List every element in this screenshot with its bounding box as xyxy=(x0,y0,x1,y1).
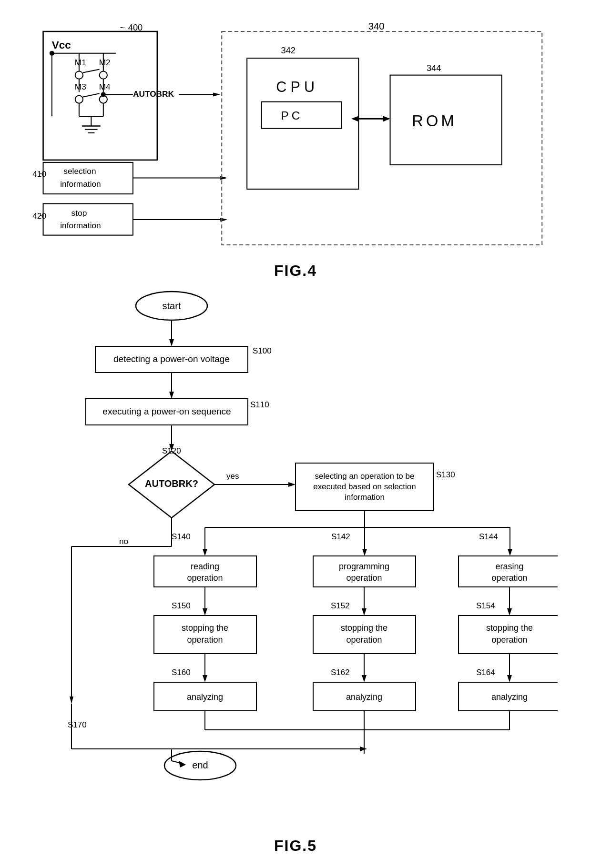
svg-rect-26 xyxy=(43,203,133,235)
s164-text: analyzing xyxy=(491,692,528,702)
s162-text: analyzing xyxy=(346,692,382,702)
s144-text-2: operation xyxy=(491,573,527,583)
s130-text-1: selecting an operation to be xyxy=(315,472,415,481)
fig5-section: start detecting a power-on voltage S100 … xyxy=(29,284,562,864)
fig4-title: FIG.4 xyxy=(274,262,317,280)
svg-point-11 xyxy=(75,95,83,103)
s130-label: S130 xyxy=(436,470,455,479)
no-label: no xyxy=(119,537,128,546)
s144-label: S144 xyxy=(479,532,498,541)
s152-label: S152 xyxy=(331,601,350,610)
svg-marker-35 xyxy=(169,339,174,346)
svg-marker-57 xyxy=(508,549,512,556)
svg-marker-75 xyxy=(507,675,512,682)
fig5-title: FIG.5 xyxy=(29,837,562,855)
end-text: end xyxy=(192,760,208,770)
svg-marker-55 xyxy=(362,549,367,556)
svg-marker-88 xyxy=(360,747,367,751)
label-400-tilde: ~ xyxy=(120,22,125,32)
s110-text: executing a power-on sequence xyxy=(102,406,231,416)
s142-label: S142 xyxy=(331,532,350,541)
label-400: 400 xyxy=(128,22,143,32)
selection-info-line1: selection xyxy=(63,166,96,176)
s154-label: S154 xyxy=(476,601,495,610)
s152-text-1: stopping the xyxy=(341,623,387,633)
svg-point-4 xyxy=(100,71,107,79)
svg-rect-68 xyxy=(313,616,416,654)
s120-text: AUTOBRK? xyxy=(145,478,198,489)
s144-text-1: erasing xyxy=(495,562,523,571)
s142-text-1: programming xyxy=(339,562,389,571)
stop-info-line1: stop xyxy=(71,208,87,218)
s100-label: S100 xyxy=(253,346,272,355)
m1-label: M1 xyxy=(75,58,86,67)
svg-marker-73 xyxy=(362,675,367,682)
s162-label: S162 xyxy=(331,668,350,677)
s150-text-2: operation xyxy=(187,635,223,645)
s100-text: detecting a power-on voltage xyxy=(113,354,230,364)
page-container: Vcc 400 ~ M1 M2 M3 xyxy=(0,0,591,868)
stop-info-line2: information xyxy=(60,221,101,230)
svg-rect-67 xyxy=(154,616,256,654)
yes-label: yes xyxy=(226,472,239,481)
svg-marker-64 xyxy=(362,608,367,616)
label-420-tilde: ~ xyxy=(39,211,44,221)
s142-text-2: operation xyxy=(346,573,382,583)
m4-label: M4 xyxy=(99,82,111,91)
m2-label: M2 xyxy=(99,58,111,67)
s140-text-2: operation xyxy=(187,573,223,583)
pc-text: PC xyxy=(281,109,303,122)
s154-text-1: stopping the xyxy=(486,623,533,633)
right-arrow xyxy=(383,116,390,121)
s164-label: S164 xyxy=(476,668,495,677)
label-410-tilde: ~ xyxy=(39,169,44,179)
svg-rect-69 xyxy=(459,616,558,654)
svg-marker-66 xyxy=(507,608,512,616)
s110-label: S110 xyxy=(250,400,269,409)
left-arrow xyxy=(351,116,358,121)
svg-marker-38 xyxy=(169,392,174,399)
svg-line-5 xyxy=(83,69,100,72)
label-344: 344 xyxy=(427,63,441,73)
svg-marker-48 xyxy=(70,696,73,704)
s160-label: S160 xyxy=(172,668,191,677)
rom-text: ROM xyxy=(412,112,457,130)
s150-text-1: stopping the xyxy=(182,623,228,633)
svg-marker-92 xyxy=(179,761,186,767)
fig4-diagram: Vcc 400 ~ M1 M2 M3 xyxy=(29,19,562,257)
fig5-svg: start detecting a power-on voltage S100 … xyxy=(33,284,558,832)
svg-marker-71 xyxy=(203,675,207,682)
autobrk-arrow xyxy=(213,92,220,96)
svg-marker-53 xyxy=(203,549,207,556)
s130-text-3: information xyxy=(345,493,385,502)
m3-label: M3 xyxy=(75,82,86,91)
selection-info-line2: information xyxy=(60,179,101,189)
label-342: 342 xyxy=(281,45,296,55)
s154-text-2: operation xyxy=(491,635,527,645)
s150-label: S150 xyxy=(172,601,191,610)
svg-marker-44 xyxy=(288,482,296,487)
cpu-text: CPU xyxy=(276,79,318,95)
svg-point-3 xyxy=(75,71,83,79)
s130-text-2: executed based on selection xyxy=(313,482,416,491)
start-text: start xyxy=(163,301,181,311)
label-340: 340 xyxy=(368,21,385,31)
s120-label: S120 xyxy=(162,446,181,455)
s140-label: S140 xyxy=(172,532,191,541)
vcc-label: Vcc xyxy=(52,39,71,51)
svg-line-13 xyxy=(83,93,100,97)
fig4-svg: Vcc 400 ~ M1 M2 M3 xyxy=(29,19,562,257)
s160-text: analyzing xyxy=(187,692,223,702)
svg-marker-62 xyxy=(203,608,207,616)
s170-label: S170 xyxy=(68,720,87,729)
s152-text-2: operation xyxy=(346,635,382,645)
svg-rect-28 xyxy=(222,31,542,245)
autobrk-label: AUTOBRK xyxy=(133,89,174,99)
s140-text-1: reading xyxy=(191,562,219,571)
